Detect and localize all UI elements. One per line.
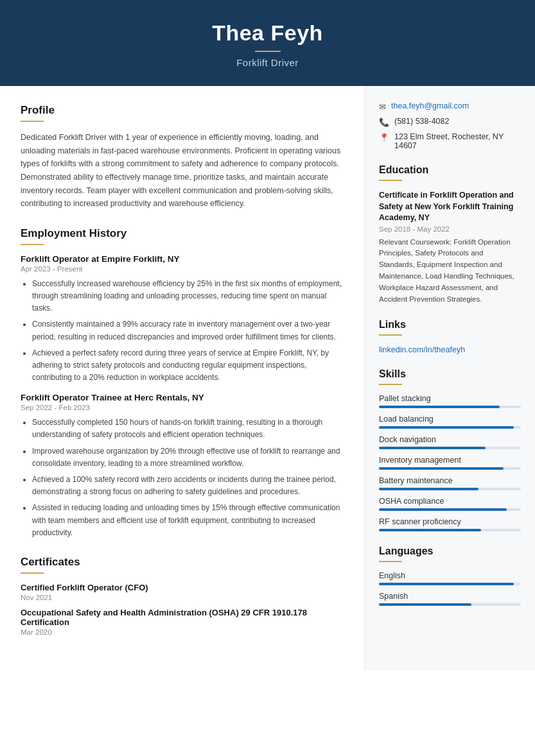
skill-name: RF scanner proficiency bbox=[379, 517, 521, 526]
language-item: Spanish bbox=[379, 592, 521, 606]
contact-address: 📍 123 Elm Street, Rochester, NY 14607 bbox=[379, 132, 521, 150]
cert-2-title: Occupational Safety and Health Administr… bbox=[21, 608, 346, 627]
header-title: Forklift Driver bbox=[13, 57, 522, 68]
job-1-dates: Apr 2023 - Present bbox=[21, 265, 346, 273]
phone-text: (581) 538-4082 bbox=[394, 117, 449, 126]
email-link[interactable]: thea.feyh@gmail.com bbox=[391, 101, 469, 110]
edu-degree-title: Certificate in Forklift Operation and Sa… bbox=[379, 190, 521, 224]
linkedin-link[interactable]: linkedin.com/in/theafeyh bbox=[379, 345, 465, 354]
skill-name: Pallet stacking bbox=[379, 394, 521, 403]
header-name: Thea Feyh bbox=[13, 21, 522, 46]
skill-bar-fill bbox=[379, 467, 504, 470]
contact-email: ✉ thea.feyh@gmail.com bbox=[379, 101, 521, 112]
languages-list: English Spanish bbox=[379, 571, 521, 606]
list-item: Successfully increased warehouse efficie… bbox=[32, 278, 346, 315]
certificates-section: Certificates Certified Forklift Operator… bbox=[21, 556, 346, 636]
contact-section: ✉ thea.feyh@gmail.com 📞 (581) 538-4082 📍… bbox=[379, 101, 521, 150]
profile-title: Profile bbox=[21, 104, 346, 117]
education-title: Education bbox=[379, 164, 521, 176]
skill-bar-bg bbox=[379, 406, 521, 408]
lang-bar-fill bbox=[379, 583, 514, 585]
language-item: English bbox=[379, 571, 521, 585]
skill-name: Load balancing bbox=[379, 415, 521, 424]
skill-item: Dock navigation bbox=[379, 435, 521, 449]
location-icon: 📍 bbox=[379, 133, 389, 142]
job-2-dates: Sep 2022 - Feb 2023 bbox=[21, 404, 346, 411]
skill-item: OSHA compliance bbox=[379, 497, 521, 511]
edu-coursework: Relevant Coursework: Forklift Operation … bbox=[379, 237, 521, 305]
certificates-divider bbox=[21, 572, 44, 574]
languages-divider bbox=[379, 561, 402, 562]
skills-divider bbox=[379, 384, 402, 385]
skill-bar-fill bbox=[379, 426, 514, 429]
skill-bar-fill bbox=[379, 529, 481, 531]
skill-name: Inventory management bbox=[379, 456, 521, 465]
email-icon: ✉ bbox=[379, 102, 386, 112]
skill-bar-bg bbox=[379, 426, 521, 429]
skill-bar-fill bbox=[379, 406, 500, 408]
list-item: Assisted in reducing loading and unloadi… bbox=[32, 502, 346, 539]
language-name: Spanish bbox=[379, 592, 521, 601]
list-item: Successfully completed 150 hours of hand… bbox=[32, 417, 346, 441]
employment-divider bbox=[21, 244, 44, 245]
skill-name: Dock navigation bbox=[379, 435, 521, 444]
cert-1: Certified Forklift Operator (CFO) Nov 20… bbox=[21, 583, 346, 601]
cert-1-title: Certified Forklift Operator (CFO) bbox=[21, 583, 346, 592]
skill-item: Pallet stacking bbox=[379, 394, 521, 408]
main-layout: Profile Dedicated Forklift Driver with 1… bbox=[0, 86, 535, 671]
skill-item: RF scanner proficiency bbox=[379, 517, 521, 531]
links-title: Links bbox=[379, 319, 521, 331]
cert-2: Occupational Safety and Health Administr… bbox=[21, 608, 346, 636]
resume-wrapper: Thea Feyh Forklift Driver Profile Dedica… bbox=[0, 0, 535, 756]
skill-name: Battery maintenance bbox=[379, 476, 521, 485]
header-divider bbox=[255, 51, 281, 52]
skill-item: Inventory management bbox=[379, 456, 521, 470]
employment-title: Employment History bbox=[21, 227, 346, 240]
skill-item: Load balancing bbox=[379, 415, 521, 429]
skill-item: Battery maintenance bbox=[379, 476, 521, 490]
job-1: Forklift Operator at Empire Forklift, NY… bbox=[21, 254, 346, 384]
languages-title: Languages bbox=[379, 546, 521, 557]
address-text: 123 Elm Street, Rochester, NY 14607 bbox=[394, 132, 521, 150]
list-item: Consistently maintained a 99% accuracy r… bbox=[32, 318, 346, 343]
edu-dates: Sep 2018 - May 2022 bbox=[379, 225, 521, 233]
skill-bar-bg bbox=[379, 488, 521, 490]
cert-2-date: Mar 2020 bbox=[21, 628, 346, 636]
phone-icon: 📞 bbox=[379, 117, 389, 127]
right-column: ✉ thea.feyh@gmail.com 📞 (581) 538-4082 📍… bbox=[365, 86, 535, 671]
employment-section: Employment History Forklift Operator at … bbox=[21, 227, 346, 539]
job-2-title: Forklift Operator Trainee at Herc Rental… bbox=[21, 393, 346, 402]
profile-divider bbox=[21, 121, 44, 122]
lang-bar-fill bbox=[379, 603, 471, 606]
job-2: Forklift Operator Trainee at Herc Rental… bbox=[21, 393, 346, 539]
lang-bar-bg bbox=[379, 603, 521, 606]
profile-text: Dedicated Forklift Driver with 1 year of… bbox=[21, 131, 346, 210]
skill-bar-bg bbox=[379, 467, 521, 470]
skill-bar-fill bbox=[379, 447, 486, 449]
language-name: English bbox=[379, 571, 521, 580]
header: Thea Feyh Forklift Driver bbox=[0, 0, 535, 86]
contact-phone: 📞 (581) 538-4082 bbox=[379, 117, 521, 127]
job-1-bullets: Successfully increased warehouse efficie… bbox=[21, 278, 346, 384]
cert-1-date: Nov 2021 bbox=[21, 594, 346, 601]
skill-bar-bg bbox=[379, 529, 521, 531]
job-1-title: Forklift Operator at Empire Forklift, NY bbox=[21, 254, 346, 264]
skill-name: OSHA compliance bbox=[379, 497, 521, 506]
left-column: Profile Dedicated Forklift Driver with 1… bbox=[0, 86, 365, 671]
profile-section: Profile Dedicated Forklift Driver with 1… bbox=[21, 104, 346, 210]
lang-bar-bg bbox=[379, 583, 521, 585]
links-divider bbox=[379, 334, 402, 336]
skill-bar-bg bbox=[379, 447, 521, 449]
links-section: Links linkedin.com/in/theafeyh bbox=[379, 319, 521, 354]
education-divider bbox=[379, 180, 402, 181]
job-2-bullets: Successfully completed 150 hours of hand… bbox=[21, 417, 346, 539]
certificates-title: Certificates bbox=[21, 556, 346, 569]
skills-section: Skills Pallet stacking Load balancing Do… bbox=[379, 368, 521, 531]
skill-bar-bg bbox=[379, 508, 521, 511]
list-item: Achieved a perfect safety record during … bbox=[32, 347, 346, 384]
skills-title: Skills bbox=[379, 368, 521, 380]
education-section: Education Certificate in Forklift Operat… bbox=[379, 164, 521, 305]
skills-list: Pallet stacking Load balancing Dock navi… bbox=[379, 394, 521, 531]
list-item: Achieved a 100% safety record with zero … bbox=[32, 474, 346, 498]
languages-section: Languages English Spanish bbox=[379, 546, 521, 606]
